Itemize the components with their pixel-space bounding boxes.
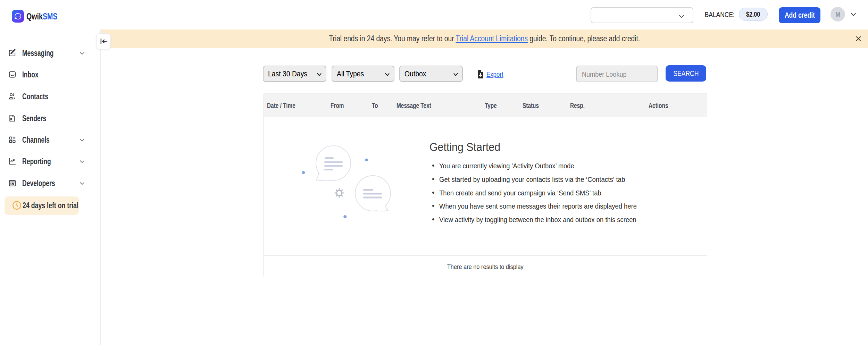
svg-text:#: # xyxy=(10,117,12,121)
